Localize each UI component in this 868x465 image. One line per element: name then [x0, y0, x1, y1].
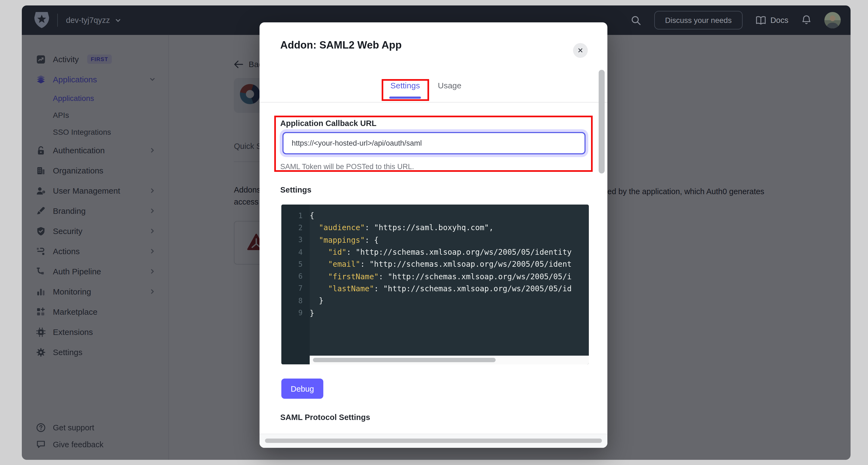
- line-number: 2: [281, 224, 310, 232]
- editor-line: 6 "firstName": "http://schemas.xmlsoap.o…: [281, 270, 589, 283]
- user-avatar[interactable]: [825, 12, 841, 28]
- chevron-down-icon: [115, 17, 121, 23]
- editor-line: 1{: [281, 209, 589, 222]
- line-number: 6: [281, 272, 310, 280]
- editor-lines: 1{2 "audience": "https://saml.boxyhq.com…: [281, 209, 589, 319]
- tab-settings[interactable]: Settings: [391, 81, 420, 90]
- navbar-left: dev-tyj7qyzz: [34, 12, 121, 28]
- modal-title: Addon: SAML2 Web App: [280, 39, 402, 51]
- line-number: 1: [281, 211, 310, 220]
- line-number: 5: [281, 260, 310, 268]
- addon-saml2-modal: Addon: SAML2 Web App ✕ Settings Usage Ap…: [259, 22, 608, 448]
- editor-scrollbar-thumb[interactable]: [313, 358, 496, 362]
- line-code: "audience": "https://saml.boxyhq.com",: [310, 223, 493, 232]
- tenant-switcher[interactable]: dev-tyj7qyzz: [66, 16, 121, 25]
- line-code: {: [310, 211, 314, 220]
- close-icon[interactable]: ✕: [573, 43, 588, 58]
- docs-label: Docs: [770, 16, 788, 25]
- tabs-divider: [259, 102, 608, 103]
- navbar-right: Discuss your needs Docs: [631, 11, 841, 29]
- screen: dev-tyj7qyzz Discuss your needs Docs: [0, 0, 868, 465]
- editor-horizontal-scrollbar[interactable]: [310, 356, 589, 365]
- notifications-bell-icon[interactable]: [802, 15, 811, 26]
- line-code: "email": "http://schemas.xmlsoap.org/ws/…: [310, 260, 572, 269]
- editor-line: 7 "lastName": "http://schemas.xmlsoap.or…: [281, 283, 589, 295]
- discuss-your-needs-button[interactable]: Discuss your needs: [654, 11, 743, 29]
- modal-hscrollbar-thumb[interactable]: [265, 439, 602, 443]
- tenant-name: dev-tyj7qyzz: [66, 16, 110, 25]
- callback-url-helper: SAML Token will be POSTed to this URL.: [280, 163, 414, 171]
- settings-json-editor[interactable]: 1{2 "audience": "https://saml.boxyhq.com…: [281, 205, 589, 365]
- tab-usage[interactable]: Usage: [438, 81, 462, 90]
- line-number: 4: [281, 248, 310, 256]
- line-code: "lastName": "http://schemas.xmlsoap.org/…: [310, 284, 572, 293]
- editor-line: 3 "mappings": {: [281, 234, 589, 246]
- editor-line: 4 "id": "http://schemas.xmlsoap.org/ws/2…: [281, 246, 589, 258]
- saml-protocol-settings-heading: SAML Protocol Settings: [280, 413, 370, 422]
- search-icon[interactable]: [631, 15, 641, 25]
- editor-line: 2 "audience": "https://saml.boxyhq.com",: [281, 222, 589, 234]
- settings-section-label: Settings: [280, 185, 311, 194]
- line-number: 8: [281, 296, 310, 304]
- book-icon: [756, 16, 766, 25]
- editor-line: 9}: [281, 307, 589, 319]
- editor-line: 5 "email": "http://schemas.xmlsoap.org/w…: [281, 258, 589, 270]
- line-number: 7: [281, 285, 310, 293]
- line-code: "firstName": "http://schemas.xmlsoap.org…: [310, 272, 572, 281]
- line-code: "mappings": {: [310, 235, 379, 244]
- line-number: 9: [281, 309, 310, 317]
- docs-link[interactable]: Docs: [756, 16, 788, 25]
- debug-button[interactable]: Debug: [281, 379, 323, 399]
- line-number: 3: [281, 236, 310, 244]
- callback-url-input[interactable]: [282, 132, 586, 154]
- line-code: "id": "http://schemas.xmlsoap.org/ws/200…: [310, 248, 572, 256]
- editor-line: 8 }: [281, 295, 589, 307]
- line-code: }: [310, 309, 314, 317]
- modal-horizontal-scrollbar[interactable]: [259, 434, 608, 448]
- active-tab-underline: [389, 96, 421, 98]
- modal-vertical-scrollbar-thumb[interactable]: [599, 70, 604, 173]
- auth0-logo-icon[interactable]: [34, 12, 49, 28]
- navbar-divider: [57, 13, 58, 27]
- callback-url-label: Application Callback URL: [280, 119, 376, 128]
- line-code: }: [310, 296, 323, 305]
